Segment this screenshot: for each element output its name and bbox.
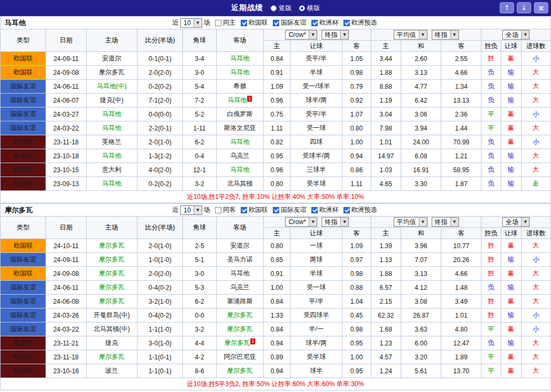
away-team: 阿尔巴尼亚 xyxy=(216,350,263,364)
col-type: 类型 xyxy=(1,29,46,52)
summary-line: 近10场,胜5平3负2, 胜率:50% 让胜率:60% 大率:60% 单率:30… xyxy=(0,378,551,390)
radio-horizontal-layout[interactable]: 横版 xyxy=(299,4,320,13)
team-label: 开曼群岛(中) xyxy=(94,311,130,319)
dropdown-arrow-icon: ▼ xyxy=(419,218,427,226)
same-venue-checkbox[interactable]: 同客 xyxy=(215,205,236,214)
match-score: 3-0(1-0) xyxy=(137,336,182,350)
match-score: 0-2(0-2) xyxy=(137,80,182,94)
avg-away-odds: 13.13 xyxy=(441,94,481,107)
team-label: 白俄罗斯 xyxy=(227,110,252,118)
away-team: 摩尔多瓦 xyxy=(216,309,263,322)
league-type-badge: 欧洲杯 xyxy=(1,163,46,177)
avg-away-odds: 3.49 xyxy=(441,295,481,309)
team-label: 北马其顿 xyxy=(227,180,252,187)
handicap-stage-select[interactable]: 终指▼ xyxy=(322,30,349,40)
col-type: 类型 xyxy=(1,217,46,239)
league-type-badge: 欧国联 xyxy=(1,52,46,66)
avg-draw-odds: 4.77 xyxy=(401,80,441,94)
same-venue-checkbox[interactable]: 同主 xyxy=(215,18,236,27)
col-avg-draw: 和 xyxy=(401,41,441,52)
handicap-result: 输 xyxy=(501,163,521,177)
team-label: 摩尔多瓦 xyxy=(224,339,250,347)
match-count-select[interactable]: 10▼ xyxy=(180,18,202,28)
match-score: 0-0(0-0) xyxy=(137,107,182,121)
average-select[interactable]: 平均值▼ xyxy=(394,217,427,227)
close-button[interactable]: × xyxy=(534,2,548,13)
bookmaker-select[interactable]: Crow*▼ xyxy=(285,217,317,227)
away-team: 马耳他 xyxy=(216,52,263,66)
average-select[interactable]: 平均值▼ xyxy=(394,30,427,40)
avg-draw-odds: 3.08 xyxy=(401,295,441,309)
league-filter-nations-league[interactable]: 欧国联 xyxy=(241,205,268,214)
league-filter-nations-league[interactable]: 欧国联 xyxy=(241,18,268,27)
scroll-down-button[interactable]: ↓ xyxy=(517,2,531,13)
match-date: 24-09-08 xyxy=(46,267,86,281)
team-label: 马耳他 xyxy=(230,138,249,145)
scroll-up-button[interactable]: ↑ xyxy=(500,2,514,13)
handicap-home-odds: 0.89 xyxy=(263,350,290,364)
avg-away-odds: 1.48 xyxy=(441,281,481,295)
handicap-home-odds: 0.84 xyxy=(263,295,290,309)
match-score: 1-1(0-1) xyxy=(137,350,182,364)
col-date: 日期 xyxy=(46,217,86,239)
wdl-result: 胜 xyxy=(481,239,501,253)
corner-score: 3-2 xyxy=(183,177,216,191)
handicap-line: 两球 xyxy=(290,253,342,267)
handicap-stage-select[interactable]: 终指▼ xyxy=(322,217,349,227)
team-label: 乌克兰 xyxy=(230,283,249,291)
league-type-badge: 国际友谊 xyxy=(1,281,46,295)
match-score: 1-0(1-0) xyxy=(137,253,182,267)
handicap-home-odds: 0.75 xyxy=(263,107,290,121)
league-filter-euro-qualifier[interactable]: 欧洲预选 xyxy=(343,18,377,27)
bookmaker-select[interactable]: Crow*▼ xyxy=(285,30,317,40)
window-title: 近期战绩 xyxy=(231,3,263,13)
team-label: 波兰 xyxy=(105,367,118,374)
avg-draw-odds: 3.96 xyxy=(401,239,441,253)
avg-away-odds: 1.89 xyxy=(441,350,481,364)
goals-result: 大 xyxy=(521,364,550,378)
handicap-away-odds: 0.80 xyxy=(342,121,371,135)
match-row: 欧洲杯23-10-18马耳他1-3(1-2)0-4乌克兰0.95受球半/两0.9… xyxy=(1,149,551,163)
radio-horizontal-label: 横版 xyxy=(307,4,320,13)
average-stage-select[interactable]: 终指▼ xyxy=(432,30,459,40)
match-count-select[interactable]: 10▼ xyxy=(180,205,202,215)
handicap-away-odds: 0.92 xyxy=(342,94,371,107)
wdl-result: 负 xyxy=(481,94,501,107)
col-handicap-line: 让球 xyxy=(290,228,342,239)
red-card-badge: 1 xyxy=(250,339,255,344)
dropdown-arrow-icon: ▼ xyxy=(419,30,427,39)
league-filter-eurocup[interactable]: 欧洲杯 xyxy=(311,18,339,27)
match-score: 2-0(2-0) xyxy=(137,66,182,80)
fulltime-select[interactable]: 全场▼ xyxy=(502,30,530,40)
handicap-line: 受平/半 xyxy=(290,52,342,66)
team-label: 捷克(中) xyxy=(100,96,124,104)
handicap-away-odds: 0.98 xyxy=(342,66,371,80)
league-filter-eurocup[interactable]: 欧洲杯 xyxy=(311,205,339,214)
league-type-badge: 欧洲杯 xyxy=(1,177,46,191)
home-team: 摩尔多瓦 xyxy=(86,239,137,253)
avg-draw-odds: 3.30 xyxy=(401,177,441,191)
league-filter-euro-qualifier[interactable]: 欧洲预选 xyxy=(343,205,377,214)
checkbox-icon xyxy=(215,20,221,26)
team-name: 马耳他 xyxy=(5,18,26,28)
handicap-result: 输 xyxy=(501,336,521,350)
league-type-badge: 欧国联 xyxy=(1,267,46,281)
handicap-away-odds: 1.00 xyxy=(342,350,371,364)
league-filter-friendly[interactable]: 国际友谊 xyxy=(273,205,307,214)
team-label: 摩尔多瓦 xyxy=(227,325,252,333)
corner-score: 7-2 xyxy=(183,94,216,107)
avg-home-odds: 1.01 xyxy=(371,135,401,149)
match-score: 0-4(0-2) xyxy=(137,281,182,295)
league-type-badge: 国际友谊 xyxy=(1,94,46,107)
league-filter-friendly[interactable]: 国际友谊 xyxy=(273,18,307,27)
wdl-result: 平 xyxy=(481,350,501,364)
handicap-line: 一球 xyxy=(290,239,342,253)
team-label: 乌克兰 xyxy=(230,152,249,159)
radio-vertical-layout[interactable]: 竖版 xyxy=(271,4,292,13)
avg-home-odds: 4.65 xyxy=(371,177,401,191)
team-label: 捷克 xyxy=(105,339,118,347)
fulltime-select[interactable]: 全场▼ xyxy=(502,217,530,227)
team-label: 北马其顿(中) xyxy=(94,325,130,333)
match-score: 2-0(1-0) xyxy=(137,239,182,253)
average-stage-select[interactable]: 终指▼ xyxy=(432,217,459,227)
